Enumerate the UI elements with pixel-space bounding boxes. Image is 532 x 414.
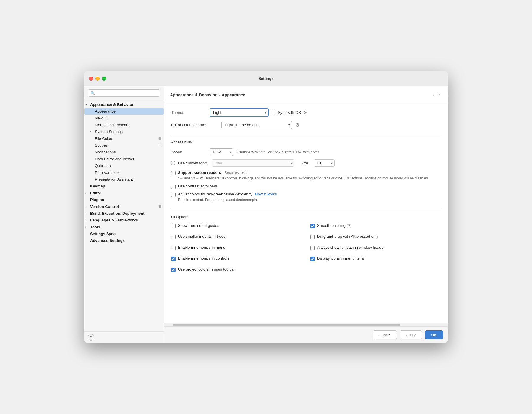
screen-readers-checkbox[interactable] <box>171 171 176 175</box>
sync-os-label[interactable]: Sync with OS <box>278 110 301 115</box>
search-input[interactable] <box>97 91 158 95</box>
apply-button[interactable]: Apply <box>400 330 422 339</box>
sync-os-checkbox[interactable] <box>272 111 275 114</box>
sidebar-item-scopes[interactable]: Scopes☰ <box>84 142 164 149</box>
ui-option-label-smaller-indents[interactable]: Use smaller indents in trees <box>178 234 225 239</box>
arrow-icon: ▾ <box>85 103 90 106</box>
sync-gear-icon[interactable]: ⚙ <box>303 110 307 115</box>
scrollbar-area <box>164 323 448 326</box>
minimize-button[interactable] <box>95 77 100 81</box>
breadcrumb-separator: › <box>218 93 220 97</box>
editor-color-gear-icon[interactable]: ⚙ <box>295 122 299 128</box>
editor-color-select[interactable]: Light Theme default Darcula High Contras… <box>221 121 292 129</box>
sidebar-item-icon: ☰ <box>158 143 161 147</box>
sidebar-item-languages[interactable]: ›Languages & Frameworks <box>84 217 164 224</box>
font-size-select[interactable]: 13 12 14 16 <box>314 159 335 167</box>
sidebar-item-label: Path Variables <box>95 170 120 175</box>
red-green-desc: Requires restart. For protanopia and deu… <box>178 197 277 203</box>
sidebar-item-appearance-behavior[interactable]: ▾Appearance & Behavior <box>84 101 164 108</box>
breadcrumb-current: Appearance <box>222 93 245 97</box>
close-button[interactable] <box>89 77 93 81</box>
sidebar-item-menus-toolbars[interactable]: Menus and Toolbars <box>84 122 164 128</box>
ok-button[interactable]: OK <box>425 330 443 339</box>
ui-option-label-full-path[interactable]: Always show full path in window header <box>317 245 385 250</box>
ui-option-checkbox-drag-drop[interactable] <box>310 235 315 239</box>
window-controls <box>89 77 106 81</box>
custom-font-label[interactable]: Use custom font: <box>178 161 207 165</box>
sidebar-item-keymap[interactable]: Keymap <box>84 183 164 190</box>
zoom-select[interactable]: 100% 125% 150% 75% <box>210 148 233 156</box>
sidebar-item-tools[interactable]: ›Tools <box>84 224 164 230</box>
sidebar-item-advanced-settings[interactable]: Advanced Settings <box>84 237 164 244</box>
sidebar-item-build-execution[interactable]: ›Build, Execution, Deployment <box>84 210 164 217</box>
search-icon: 🔍 <box>90 91 95 95</box>
ui-option-label-drag-drop[interactable]: Drag-and-drop with Alt pressed only <box>317 234 378 239</box>
sidebar-item-label: Tools <box>90 225 100 229</box>
ui-option-checkbox-tree-indent[interactable] <box>171 224 176 228</box>
sidebar-item-appearance[interactable]: Appearance <box>84 108 164 115</box>
font-select-wrapper: Inter ▾ <box>212 159 294 167</box>
help-button[interactable]: ? <box>88 334 94 341</box>
sidebar-item-plugins[interactable]: Plugins <box>84 196 164 203</box>
sidebar-item-system-settings[interactable]: ›System Settings <box>84 128 164 135</box>
ui-option-label-project-colors[interactable]: Use project colors in main toolbar <box>178 267 235 271</box>
sidebar-item-quick-lists[interactable]: Quick Lists <box>84 162 164 169</box>
cancel-button[interactable]: Cancel <box>373 330 397 339</box>
sidebar-item-version-control[interactable]: ›Version Control☰ <box>84 203 164 210</box>
sidebar-item-editor[interactable]: ›Editor <box>84 190 164 196</box>
sidebar-item-data-editor[interactable]: Data Editor and Viewer <box>84 156 164 162</box>
red-green-checkbox[interactable] <box>171 193 176 197</box>
screen-readers-row: Support screen readers Requires restart … <box>171 170 441 181</box>
ui-option-checkbox-enable-mnemonics-controls[interactable] <box>171 257 176 261</box>
arrow-icon: › <box>85 212 90 215</box>
sidebar-item-label: Appearance & Behavior <box>90 102 134 107</box>
ui-option-checkbox-smooth-scroll[interactable] <box>310 224 315 228</box>
ui-option-checkbox-project-colors[interactable] <box>171 268 176 272</box>
ui-option-label-enable-mnemonics-menu[interactable]: Enable mnemonics in menu <box>178 245 225 250</box>
ui-option-label-enable-mnemonics-controls[interactable]: Enable mnemonics in controls <box>178 256 229 261</box>
ui-options-divider <box>171 210 441 210</box>
ui-option-label-tree-indent[interactable]: Show tree indent guides <box>178 223 219 228</box>
content-body: Theme: Light Dark High Contrast System D… <box>164 102 448 323</box>
zoom-hint: Change with ^⌥= or ^⌥-. Set to 100% with… <box>237 150 319 154</box>
maximize-button[interactable] <box>102 77 106 81</box>
contrast-scrollbars-checkbox[interactable] <box>171 185 176 189</box>
ui-option-label-display-icons[interactable]: Display icons in menu items <box>317 256 365 261</box>
scrollbar-thumb[interactable] <box>173 324 400 326</box>
ui-option-label-smooth-scroll[interactable]: Smooth scrolling? <box>317 223 351 228</box>
sidebar-item-label: Version Control <box>90 204 119 209</box>
how-it-works-link[interactable]: How it works <box>255 192 277 196</box>
nav-buttons: ‹ › <box>432 91 442 98</box>
sidebar-item-presentation[interactable]: Presentation Assistant <box>84 176 164 183</box>
theme-select-wrapper: Light Dark High Contrast System Default … <box>210 108 269 117</box>
ui-option-row-drag-drop: Drag-and-drop with Alt pressed only <box>310 234 441 239</box>
ui-option-checkbox-enable-mnemonics-menu[interactable] <box>171 246 176 250</box>
ui-option-checkbox-full-path[interactable] <box>310 246 315 250</box>
arrow-icon: › <box>85 191 90 195</box>
forward-button[interactable]: › <box>438 91 442 98</box>
search-wrapper[interactable]: 🔍 <box>88 89 160 97</box>
sidebar-item-notifications[interactable]: Notifications <box>84 149 164 156</box>
ui-options-grid: Show tree indent guides Smooth scrolling… <box>171 223 441 275</box>
ui-option-row-smaller-indents: Use smaller indents in trees <box>171 234 301 239</box>
arrow-icon: › <box>85 225 90 229</box>
search-area: 🔍 <box>84 86 164 100</box>
ui-option-checkbox-display-icons[interactable] <box>310 257 315 261</box>
sidebar-item-label: Plugins <box>90 198 104 202</box>
sidebar-item-label: Presentation Assistant <box>95 177 133 182</box>
custom-font-checkbox[interactable] <box>171 161 175 165</box>
sidebar-item-new-ui[interactable]: New UI <box>84 115 164 122</box>
accessibility-divider <box>171 135 441 135</box>
font-select: Inter <box>212 159 294 167</box>
sidebar-item-settings-sync[interactable]: Settings Sync <box>84 230 164 237</box>
ui-option-checkbox-smaller-indents[interactable] <box>171 235 176 239</box>
sidebar-item-label: Quick Lists <box>95 164 114 168</box>
back-button[interactable]: ‹ <box>432 91 436 98</box>
contrast-scrollbars-label[interactable]: Use contrast scrollbars <box>178 184 217 188</box>
theme-select[interactable]: Light Dark High Contrast System Default <box>210 108 269 117</box>
sidebar-item-file-colors[interactable]: File Colors☰ <box>84 135 164 142</box>
ui-option-row-tree-indent: Show tree indent guides <box>171 223 301 228</box>
red-green-label-row: Adjust colors for red-green vision defic… <box>178 192 277 196</box>
help-circle-icon[interactable]: ? <box>347 224 351 228</box>
sidebar-item-path-variables[interactable]: Path Variables <box>84 169 164 176</box>
